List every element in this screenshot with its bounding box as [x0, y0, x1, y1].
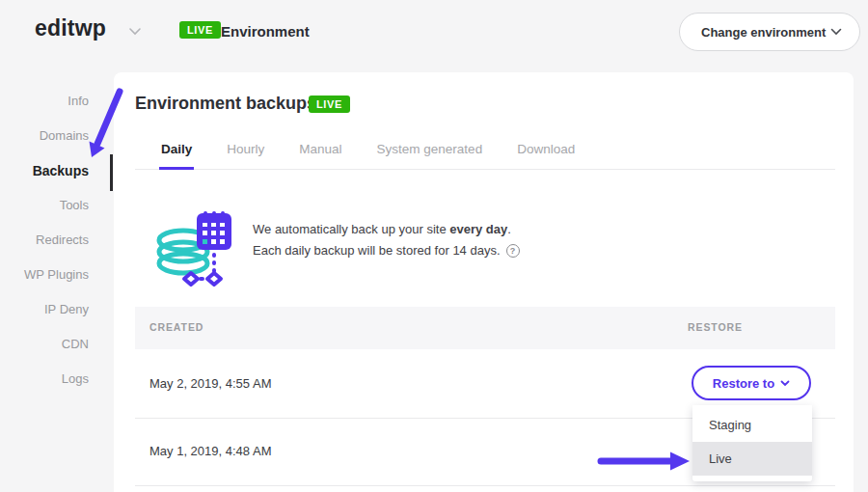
chevron-down-icon[interactable]	[128, 27, 142, 36]
backup-row-created-date: May 1, 2019, 4:48 AM	[149, 444, 271, 458]
sidebar-item-redirects[interactable]: Redirects	[0, 223, 114, 258]
restore-to-button[interactable]: Restore to	[692, 366, 811, 400]
tab-daily[interactable]: Daily	[159, 134, 194, 170]
restore-dropdown-menu: Staging Live	[692, 405, 812, 481]
annotation-arrow-live	[593, 449, 694, 474]
change-environment-button[interactable]: Change environment	[679, 13, 860, 51]
tab-hourly[interactable]: Hourly	[225, 134, 266, 170]
sidebar-item-tools[interactable]: Tools	[0, 188, 114, 223]
table-header: CREATED RESTORE	[135, 307, 835, 349]
backup-database-calendar-icon	[152, 204, 241, 292]
change-environment-label: Change environment	[701, 25, 826, 40]
help-icon[interactable]: ?	[506, 244, 520, 258]
sidebar-item-wp-plugins[interactable]: WP Plugins	[0, 258, 114, 292]
column-header-restore: RESTORE	[688, 321, 743, 333]
backup-info-line2: Each daily backup will be stored for 14 …	[253, 243, 520, 258]
annotation-arrow-backups	[77, 82, 135, 169]
page-title: Environment backups	[135, 94, 316, 114]
dropdown-option-live[interactable]: Live	[692, 442, 812, 476]
chevron-down-icon	[780, 380, 790, 387]
chevron-down-icon	[830, 28, 842, 36]
backup-tabs: Daily Hourly Manual System generated Dow…	[135, 134, 835, 170]
sidebar-item-ip-deny[interactable]: IP Deny	[0, 292, 114, 327]
backup-info-line1: We automatically back up your site every…	[253, 222, 511, 236]
sidebar-item-cdn[interactable]: CDN	[0, 327, 114, 362]
dropdown-option-staging[interactable]: Staging	[692, 408, 812, 442]
live-badge: LIVE	[309, 96, 350, 113]
tab-download[interactable]: Download	[515, 134, 577, 170]
backup-row-created-date: May 2, 2019, 4:55 AM	[149, 376, 271, 391]
app-window: editwp LIVE Environment Change environme…	[0, 0, 868, 492]
tab-manual[interactable]: Manual	[297, 134, 343, 170]
row-divider	[135, 485, 835, 486]
sidebar-item-logs[interactable]: Logs	[0, 362, 114, 396]
environment-label: Environment	[221, 23, 310, 40]
tab-system-generated[interactable]: System generated	[375, 134, 485, 170]
live-badge: LIVE	[179, 21, 221, 39]
restore-to-label: Restore to	[713, 376, 774, 391]
site-name[interactable]: editwp	[35, 15, 106, 41]
column-header-created: CREATED	[149, 321, 203, 333]
